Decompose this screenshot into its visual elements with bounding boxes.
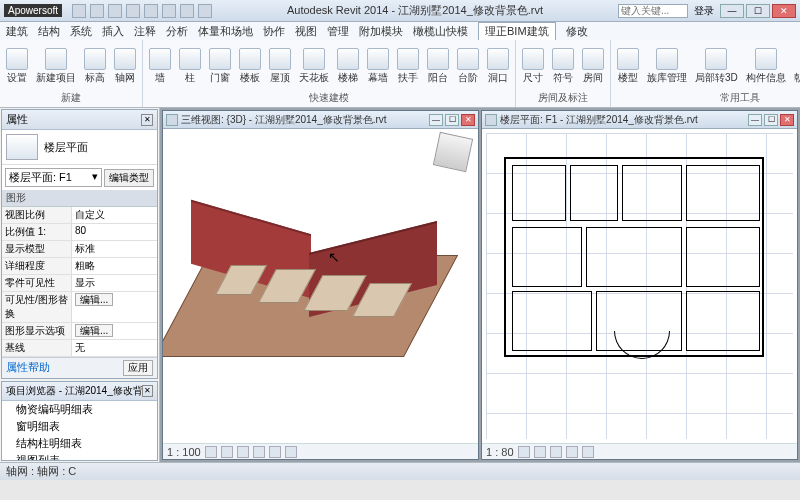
tree-item[interactable]: 物资编码明细表 [2,401,157,418]
minimize-button[interactable]: — [748,114,762,126]
roof-button[interactable]: 屋顶 [267,47,293,86]
instance-dropdown[interactable]: 楼层平面: F1▾ [5,168,102,187]
view-control-icon[interactable] [518,446,530,458]
tab-active[interactable]: 理正BIM建筑 [478,22,556,40]
qat-icon[interactable] [162,4,176,18]
tab[interactable]: 管理 [327,24,349,39]
canvas-2d[interactable] [482,129,797,443]
model-button[interactable]: 楼型 [615,47,641,86]
minimize-button[interactable]: — [720,4,744,18]
door-window-button[interactable]: 门窗 [207,47,233,86]
edit-type-button[interactable]: 编辑类型 [104,169,154,187]
tab[interactable]: 注释 [134,24,156,39]
view-control-icon[interactable] [205,446,217,458]
viewcube[interactable] [433,132,473,172]
minimize-button[interactable]: — [429,114,443,126]
login-link[interactable]: 登录 [694,4,714,18]
tree-item[interactable]: 结构柱明细表 [2,435,157,452]
qat-icon[interactable] [108,4,122,18]
view-control-icon[interactable] [253,446,265,458]
grid-button[interactable]: 轴网 [112,47,138,86]
dimension-icon [522,48,544,70]
maximize-button[interactable]: ☐ [764,114,778,126]
type-selector[interactable]: 楼层平面 [2,130,157,165]
scale-label[interactable]: 1 : 80 [486,446,514,458]
view-control-icon[interactable] [269,446,281,458]
maximize-button[interactable]: ☐ [445,114,459,126]
qat-icon[interactable] [90,4,104,18]
level-button[interactable]: 标高 [82,47,108,86]
tab[interactable]: 结构 [38,24,60,39]
close-icon[interactable]: ✕ [141,114,153,126]
qat-icon[interactable] [72,4,86,18]
prop-key: 可见性/图形替换 [2,292,72,322]
canvas-3d[interactable]: ↖ [163,129,478,443]
tree-item[interactable]: 窗明细表 [2,418,157,435]
prop-key: 显示模型 [2,241,72,257]
qat-icon[interactable] [198,4,212,18]
step-button[interactable]: 台阶 [455,47,481,86]
qat-icon[interactable] [180,4,194,18]
tab[interactable]: 视图 [295,24,317,39]
ribbon-group-label: 常用工具 [615,90,800,105]
ribbon: 设置 新建项目 标高 轴网 新建 墙 柱 门窗 楼板 屋顶 天花板 楼梯 幕墙 … [0,40,800,108]
tree-item[interactable]: 视图列表 [2,452,157,461]
info-button[interactable]: 构件信息 [744,47,788,86]
tab[interactable]: 建筑 [6,24,28,39]
local3d-button[interactable]: 局部转3D [693,47,740,86]
edit-button[interactable]: 编辑... [75,293,113,306]
ceiling-button[interactable]: 天花板 [297,47,331,86]
properties-help-link[interactable]: 属性帮助 [6,360,50,376]
view-control-icon[interactable] [285,446,297,458]
maximize-button[interactable]: ☐ [746,4,770,18]
prop-value[interactable]: 粗略 [72,258,157,274]
view-control-icon[interactable] [534,446,546,458]
view-control-icon[interactable] [582,446,594,458]
prop-value[interactable]: 显示 [72,275,157,291]
new-project-button[interactable]: 新建项目 [34,47,78,86]
tab[interactable]: 体量和场地 [198,24,253,39]
railing-button[interactable]: 扶手 [395,47,421,86]
curtain-button[interactable]: 幕墙 [365,47,391,86]
wall-button[interactable]: 墙 [147,47,173,86]
tab[interactable]: 橄榄山快模 [413,24,468,39]
prop-value[interactable]: 无 [72,340,157,356]
prop-value[interactable]: 标准 [72,241,157,257]
close-button[interactable]: ✕ [780,114,794,126]
building-model [181,207,441,367]
tab[interactable]: 分析 [166,24,188,39]
prop-key: 视图比例 [2,207,72,223]
apply-button[interactable]: 应用 [123,360,153,376]
tab[interactable]: 附加模块 [359,24,403,39]
edit-button[interactable]: 编辑... [75,324,113,337]
search-input[interactable] [618,4,688,18]
floor-button[interactable]: 楼板 [237,47,263,86]
opening-button[interactable]: 洞口 [485,47,511,86]
close-button[interactable]: ✕ [461,114,475,126]
stair-button[interactable]: 楼梯 [335,47,361,86]
view-title: 楼层平面: F1 - 江湖别墅2014_修改背景色.rvt [500,113,748,127]
tab[interactable]: 系统 [70,24,92,39]
close-button[interactable]: ✕ [772,4,796,18]
view-control-icon[interactable] [221,446,233,458]
view-control-icon[interactable] [550,446,562,458]
dimension-button[interactable]: 尺寸 [520,47,546,86]
qat-icon[interactable] [126,4,140,18]
view-control-icon[interactable] [237,446,249,458]
balcony-button[interactable]: 阳台 [425,47,451,86]
qat-icon[interactable] [144,4,158,18]
tab[interactable]: 协作 [263,24,285,39]
prop-value[interactable]: 80 [72,224,157,240]
column-button[interactable]: 柱 [177,47,203,86]
settings-button[interactable]: 设置 [4,47,30,86]
north-button[interactable]: 朝北显示 [792,47,800,86]
scale-label[interactable]: 1 : 100 [167,446,201,458]
family-button[interactable]: 族库管理 [645,47,689,86]
prop-value[interactable]: 自定义 [72,207,157,223]
symbol-button[interactable]: 符号 [550,47,576,86]
view-control-icon[interactable] [566,446,578,458]
room-button[interactable]: 房间 [580,47,606,86]
close-icon[interactable]: ✕ [142,385,153,397]
tab[interactable]: 修改 [566,24,588,39]
tab[interactable]: 插入 [102,24,124,39]
